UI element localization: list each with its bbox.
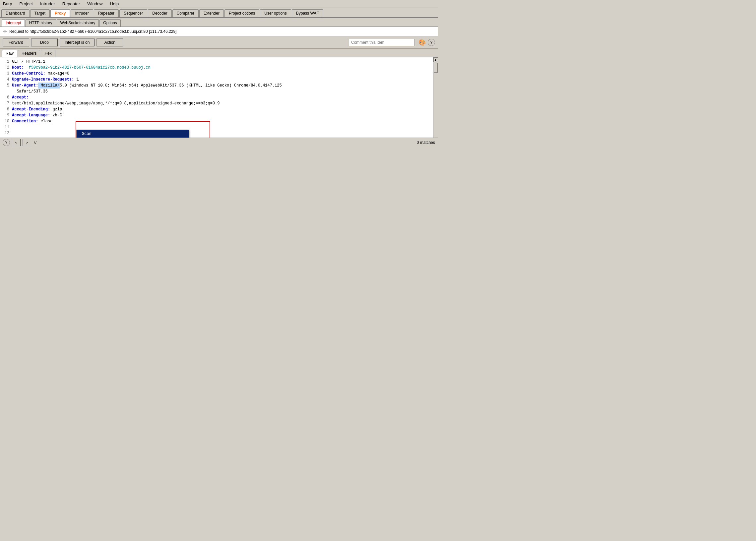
comment-input[interactable]: [348, 39, 414, 46]
code-line-6: 6 Accept:: [0, 95, 433, 101]
editor-tab-hex[interactable]: Hex: [41, 50, 55, 57]
tab-decoder[interactable]: Decoder: [148, 9, 172, 17]
tab-project-options[interactable]: Project options: [225, 9, 259, 17]
menu-bar: Burp Project Intruder Repeater Window He…: [0, 0, 438, 8]
subtab-intercept[interactable]: Intercept: [2, 19, 25, 27]
menu-project[interactable]: Project: [18, 1, 34, 7]
tab-intruder[interactable]: Intruder: [71, 9, 93, 17]
tab-bypass-waf[interactable]: Bypass WAF: [292, 9, 323, 17]
code-line-5: 5 User-Agent: Mozilla/ 5.0 (Windows NT 1…: [0, 83, 433, 89]
tab-user-options[interactable]: User options: [260, 9, 291, 17]
menu-window[interactable]: Window: [86, 1, 103, 7]
color-picker-icon[interactable]: 🎨: [418, 39, 426, 46]
code-line-11: 11: [0, 124, 433, 130]
menu-repeater[interactable]: Repeater: [61, 1, 81, 7]
intercept-button[interactable]: Intercept is on: [60, 38, 95, 46]
editor-wrapper: 1 GET / HTTP/1.1 2 Host: f50c9ba2-91b2-4…: [0, 57, 438, 138]
menu-intruder[interactable]: Intruder: [39, 1, 56, 7]
page-num: 7/: [33, 140, 36, 145]
tab-target[interactable]: Target: [30, 9, 50, 17]
main-tab-bar: Dashboard Target Proxy Intruder Repeater…: [0, 8, 438, 18]
subtab-options[interactable]: Options: [100, 19, 120, 27]
nav-prev-btn[interactable]: <: [12, 139, 21, 146]
ctx-scan-label: Scan: [82, 132, 92, 136]
request-bar: ✏ Request to http://f50c9ba2-91b2-4827-b…: [0, 27, 438, 36]
scroll-up-btn[interactable]: ▲: [433, 57, 438, 62]
tab-repeater[interactable]: Repeater: [94, 9, 119, 17]
action-button[interactable]: Action: [97, 38, 123, 46]
editor-tab-bar: Raw Headers Hex: [0, 49, 438, 57]
context-menu: Scan Send to Intruder Ctrl+I Send to Rep…: [76, 130, 189, 138]
code-line-10: 10 Connection: close: [0, 118, 433, 124]
tab-proxy[interactable]: Proxy: [50, 9, 70, 17]
proxy-toolbar: Forward Drop Intercept is on Action 🎨 ?: [0, 36, 438, 49]
menu-burp[interactable]: Burp: [2, 1, 13, 7]
tab-extender[interactable]: Extender: [199, 9, 224, 17]
tab-comparer[interactable]: Comparer: [172, 9, 199, 17]
matches-count: 0 matches: [417, 140, 435, 145]
code-line-8: 8 Accept-Encoding: gzip,: [0, 106, 433, 112]
pencil-icon: ✏: [3, 29, 7, 34]
code-line-3: 3 Cache-Control: max-age=0: [0, 71, 433, 77]
code-line-1: 1 GET / HTTP/1.1: [0, 59, 433, 65]
request-url: Request to http://f50c9ba2-91b2-4827-b60…: [9, 29, 176, 34]
code-line-7: 7 text/html,application e/webp,image/apn…: [0, 101, 433, 106]
code-line-5b: Safari/537.36: [0, 89, 433, 95]
drop-button[interactable]: Drop: [31, 38, 58, 46]
editor-tab-raw[interactable]: Raw: [2, 50, 17, 57]
proxy-sub-tab-bar: Intercept HTTP history WebSockets histor…: [0, 18, 438, 27]
code-editor[interactable]: 1 GET / HTTP/1.1 2 Host: f50c9ba2-91b2-4…: [0, 57, 433, 138]
code-line-12: 12: [0, 130, 433, 136]
forward-button[interactable]: Forward: [3, 38, 29, 46]
bottom-bar: ? < > 7/ 0 matches: [0, 138, 438, 147]
tab-sequencer[interactable]: Sequencer: [119, 9, 147, 17]
subtab-http-history[interactable]: HTTP history: [26, 19, 56, 27]
scroll-thumb[interactable]: [434, 63, 438, 73]
ctx-scan[interactable]: Scan: [77, 130, 189, 138]
tab-dashboard[interactable]: Dashboard: [1, 9, 30, 17]
menu-help[interactable]: Help: [109, 1, 120, 7]
scrollbar[interactable]: ▲: [433, 57, 438, 138]
help-icon[interactable]: ?: [428, 39, 435, 46]
code-line-4: 4 Upgrade-Insecure-Requests: 1: [0, 77, 433, 83]
code-line-9: 9 Accept-Language: zh-C: [0, 112, 433, 118]
nav-next-btn[interactable]: >: [23, 139, 31, 146]
subtab-websockets-history[interactable]: WebSockets history: [57, 19, 99, 27]
bottom-help-icon[interactable]: ?: [3, 139, 10, 146]
editor-tab-headers[interactable]: Headers: [18, 50, 40, 57]
code-line-2: 2 Host: f50c9ba2-91b2-4827-b607-61604a1c…: [0, 65, 433, 71]
